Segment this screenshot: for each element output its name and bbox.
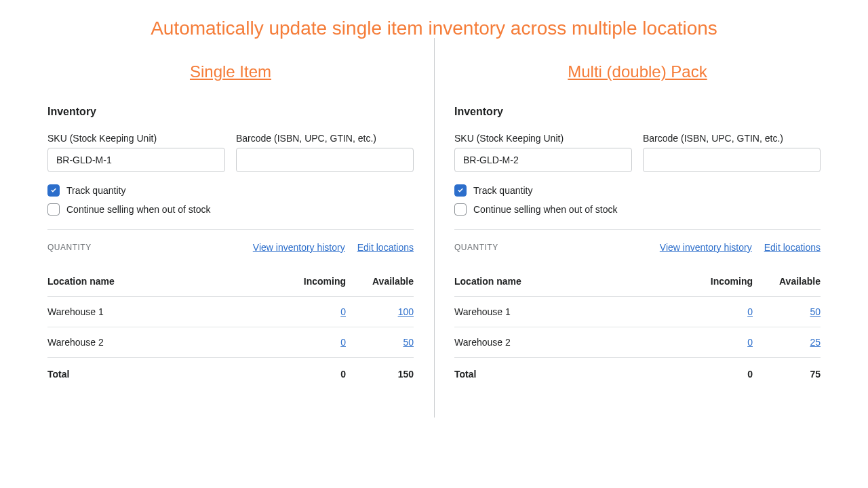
panel-single-item: Single Item Inventory SKU (Stock Keeping… [47,45,414,403]
sku-field: SKU (Stock Keeping Unit) [47,133,225,172]
sku-label: SKU (Stock Keeping Unit) [454,133,632,144]
table-row: Warehouse 2 0 25 [454,327,821,358]
panels-container: Single Item Inventory SKU (Stock Keeping… [0,45,868,403]
table-row: Warehouse 2 0 50 [47,327,414,358]
table-total-row: Total 0 150 [47,358,414,390]
incoming-value[interactable]: 0 [340,306,346,317]
view-inventory-history-link[interactable]: View inventory history [253,242,345,253]
locations-table: Location name Incoming Available Warehou… [47,266,414,389]
track-quantity-label: Track quantity [473,185,532,196]
vertical-divider [434,38,435,418]
col-available: Available [346,266,414,297]
available-value[interactable]: 25 [810,337,821,348]
location-name-cell: Warehouse 1 [454,297,678,327]
table-row: Warehouse 1 0 100 [47,297,414,327]
continue-selling-label: Continue selling when out of stock [473,204,617,215]
barcode-field: Barcode (ISBN, UPC, GTIN, etc.) [643,133,821,172]
barcode-input[interactable] [236,148,414,172]
quantity-links: View inventory history Edit locations [253,242,414,253]
continue-selling-row: Continue selling when out of stock [454,203,821,216]
barcode-field: Barcode (ISBN, UPC, GTIN, etc.) [236,133,414,172]
edit-locations-link[interactable]: Edit locations [764,242,821,253]
continue-selling-label: Continue selling when out of stock [66,204,210,215]
col-incoming: Incoming [271,266,346,297]
location-name-cell: Warehouse 1 [47,297,271,327]
col-incoming: Incoming [678,266,753,297]
continue-selling-checkbox[interactable] [47,203,60,216]
sku-input[interactable] [454,148,632,172]
checkmark-icon [456,186,465,195]
total-incoming: 0 [271,358,346,390]
quantity-header: QUANTITY View inventory history Edit loc… [47,242,414,253]
section-divider [47,229,414,230]
total-available: 75 [753,358,821,390]
incoming-value[interactable]: 0 [747,306,753,317]
sku-barcode-row: SKU (Stock Keeping Unit) Barcode (ISBN, … [47,133,414,172]
table-row: Warehouse 1 0 50 [454,297,821,327]
col-available: Available [753,266,821,297]
barcode-label: Barcode (ISBN, UPC, GTIN, etc.) [236,133,414,144]
total-available: 150 [346,358,414,390]
sku-label: SKU (Stock Keeping Unit) [47,133,225,144]
view-inventory-history-link[interactable]: View inventory history [660,242,752,253]
available-value[interactable]: 50 [810,306,821,317]
total-label: Total [47,358,271,390]
quantity-caps: QUANTITY [47,243,92,252]
section-divider [454,229,821,230]
location-name-cell: Warehouse 2 [47,327,271,358]
quantity-caps: QUANTITY [454,243,498,252]
table-header-row: Location name Incoming Available [47,266,414,297]
continue-selling-row: Continue selling when out of stock [47,203,414,216]
checkmark-icon [50,186,58,195]
panel-multi-pack: Multi (double) Pack Inventory SKU (Stock… [454,45,821,403]
barcode-input[interactable] [643,148,821,172]
track-quantity-checkbox[interactable] [454,184,467,197]
edit-locations-link[interactable]: Edit locations [357,242,414,253]
total-label: Total [454,358,678,390]
sku-field: SKU (Stock Keeping Unit) [454,133,632,172]
location-name-cell: Warehouse 2 [454,327,678,358]
sku-barcode-row: SKU (Stock Keeping Unit) Barcode (ISBN, … [454,133,821,172]
table-header-row: Location name Incoming Available [454,266,821,297]
col-location-name: Location name [454,266,678,297]
incoming-value[interactable]: 0 [340,337,346,348]
panel-heading-single: Single Item [47,45,414,106]
barcode-label: Barcode (ISBN, UPC, GTIN, etc.) [643,133,821,144]
inventory-section-title: Inventory [47,106,414,118]
track-quantity-row: Track quantity [454,184,821,197]
locations-table: Location name Incoming Available Warehou… [454,266,821,389]
track-quantity-checkbox[interactable] [47,184,60,197]
continue-selling-checkbox[interactable] [454,203,467,216]
available-value[interactable]: 50 [403,337,414,348]
panel-heading-multi: Multi (double) Pack [454,45,821,106]
table-total-row: Total 0 75 [454,358,821,390]
quantity-header: QUANTITY View inventory history Edit loc… [454,242,821,253]
incoming-value[interactable]: 0 [747,337,753,348]
col-location-name: Location name [47,266,271,297]
inventory-section-title: Inventory [454,106,821,118]
track-quantity-label: Track quantity [66,185,125,196]
available-value[interactable]: 100 [398,306,414,317]
sku-input[interactable] [47,148,225,172]
quantity-links: View inventory history Edit locations [660,242,821,253]
track-quantity-row: Track quantity [47,184,414,197]
total-incoming: 0 [678,358,753,390]
